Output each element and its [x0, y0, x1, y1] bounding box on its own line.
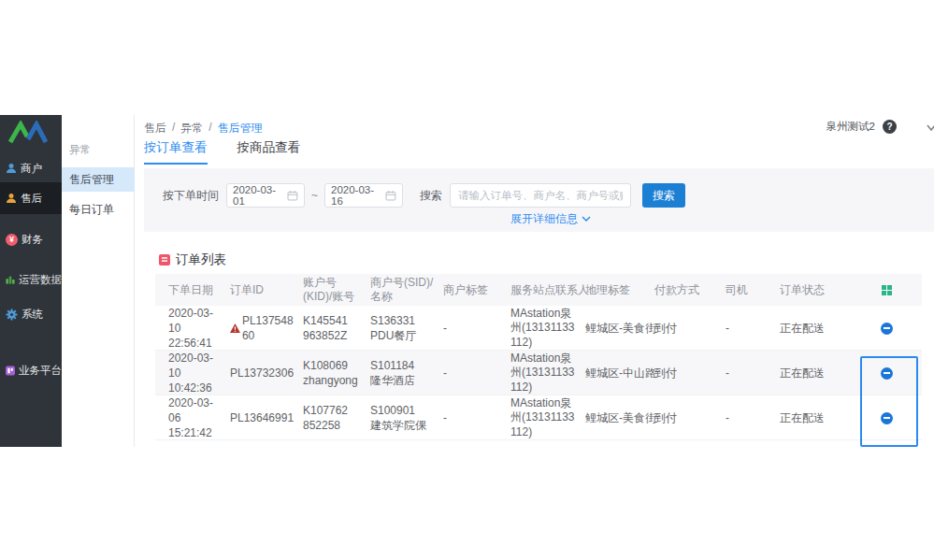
cell-order-id: PL13732306: [230, 366, 303, 381]
submenu-group-label: 异常: [69, 143, 91, 157]
merchant-name-value: PDU餐厅: [370, 328, 436, 343]
cell-order-date: 2020-03-10 10:42:36: [155, 351, 230, 396]
minus-circle-action-icon[interactable]: [881, 367, 893, 380]
sid-value: S100901: [370, 403, 436, 418]
warning-icon: [230, 323, 240, 334]
kid-value: K107762: [303, 403, 363, 418]
order-id-value: PL13646991: [230, 410, 294, 425]
cell-merchant: S136331 PDU餐厅: [370, 313, 443, 343]
help-icon[interactable]: ?: [883, 120, 897, 134]
primary-sidebar: 商户 售后 ¥ 财务 运营数据 系统: [0, 115, 62, 447]
col-driver: 司机: [726, 282, 780, 297]
cell-account: K145541 963852Z: [303, 313, 370, 343]
account-value: 852258: [303, 418, 363, 433]
cell-merchant: S101184 隆华酒店: [370, 358, 443, 388]
cell-payment: 到付: [654, 410, 726, 425]
cell-merchant-tag: -: [443, 410, 510, 425]
kid-value: K145541: [303, 313, 363, 328]
sidebar-item-finance[interactable]: ¥ 财务: [0, 227, 62, 251]
submenu-item-aftersales-management[interactable]: 售后管理: [62, 167, 135, 192]
secondary-sidebar: 异常 售后管理 每日订单: [62, 115, 135, 447]
submenu-item-daily-orders[interactable]: 每日订单: [62, 197, 135, 222]
sidebar-item-system[interactable]: 系统: [0, 302, 62, 326]
col-merchant-tag: 商户标签: [443, 282, 510, 297]
bar-chart-icon: [6, 274, 15, 285]
tab-by-order[interactable]: 按订单查看: [144, 139, 208, 165]
sidebar-item-operations-data[interactable]: 运营数据: [0, 267, 62, 292]
sidebar-item-label: 财务: [22, 233, 43, 247]
cell-order-date: 2020-03-06 15:21:42: [155, 395, 230, 441]
cell-order-id: PL13754860: [230, 313, 303, 343]
sidebar-item-label: 运营数据: [19, 273, 62, 287]
expand-details-link[interactable]: 展开详细信息: [510, 211, 591, 227]
order-id-value: PL13732306: [230, 366, 294, 381]
order-list-icon: [159, 254, 170, 266]
tab-by-product[interactable]: 按商品查看: [237, 139, 301, 165]
merchant-name-value: 隆华酒店: [370, 373, 436, 388]
sidebar-item-label: 售后: [21, 192, 42, 206]
finance-yen-icon: ¥: [6, 234, 18, 246]
cell-geo-tag: 鲤城区-美食街: [585, 410, 654, 425]
main-content: 售后 / 异常 / 售后管理 按订单查看 按商品查看 按下单时间 2020-03…: [135, 115, 934, 447]
cell-status: 正在配送: [780, 366, 858, 381]
date-to-input[interactable]: 2020-03-16: [324, 183, 403, 208]
cell-driver: -: [726, 321, 780, 336]
table-header-row: 下单日期 订单ID 账户号(KID)/账号 商户号(SID)/名称 商户标签 服…: [155, 274, 922, 306]
cell-merchant-tag: -: [443, 366, 510, 381]
merchant-person-icon: [6, 163, 17, 174]
cell-payment: 到付: [654, 366, 726, 381]
table-row: 2020-03-10 10:42:36 PL13732306 K108069 z…: [155, 351, 922, 395]
order-list-title-row: 订单列表: [159, 251, 226, 268]
cell-actions: [858, 412, 922, 424]
cell-station-contact: MAstation泉州(13131133112): [510, 396, 585, 440]
cell-driver: -: [726, 410, 780, 425]
cell-station-contact: MAstation泉州(13131133112): [510, 307, 585, 351]
breadcrumb-item[interactable]: 售后: [144, 121, 166, 136]
expand-details-label: 展开详细信息: [510, 211, 578, 227]
search-input[interactable]: [450, 183, 631, 208]
sid-value: S101184: [370, 358, 436, 373]
date-from-value: 2020-03-01: [233, 184, 287, 207]
col-status: 订单状态: [780, 282, 858, 297]
orders-table: 下单日期 订单ID 账户号(KID)/账号 商户号(SID)/名称 商户标签 服…: [155, 274, 922, 440]
view-tabs: 按订单查看 按商品查看: [144, 139, 300, 165]
date-from-input[interactable]: 2020-03-01: [226, 183, 305, 208]
col-order-date: 下单日期: [155, 282, 230, 297]
sidebar-item-aftersales[interactable]: 售后: [0, 182, 62, 214]
app-screenshot: 商户 售后 ¥ 财务 运营数据 系统: [0, 115, 934, 447]
cell-station-contact: MAstation泉州(13131133112): [510, 352, 585, 395]
cell-geo-tag: 鲤城区-中山路: [585, 366, 654, 381]
user-bar: 泉州测试2 ?: [826, 120, 897, 134]
kid-value: K108069: [303, 358, 363, 373]
aftersales-person-icon: [6, 193, 17, 204]
cell-actions: [858, 323, 922, 335]
date-range-label: 按下单时间: [163, 188, 219, 204]
cell-actions: [858, 367, 922, 380]
col-settings: [858, 285, 922, 295]
col-merchant: 商户号(SID)/名称: [370, 276, 443, 304]
order-list-title: 订单列表: [176, 251, 226, 268]
user-name: 泉州测试2: [826, 120, 875, 134]
platform-squares-icon: [6, 365, 15, 377]
date-to-value: 2020-03-16: [331, 184, 385, 207]
merchant-name-value: 建筑学院倮: [370, 418, 436, 433]
sidebar-item-business-platform[interactable]: 业务平台: [0, 358, 62, 382]
cell-order-id: PL13646991: [230, 410, 303, 425]
cell-status: 正在配送: [780, 321, 858, 336]
table-row: 2020-03-10 22:56:41 PL13754860 K145541 9…: [155, 306, 922, 351]
partial-cropped-icon: [927, 123, 934, 133]
minus-circle-action-icon[interactable]: [881, 412, 893, 424]
col-account: 账户号(KID)/账号: [303, 276, 370, 304]
cell-order-date: 2020-03-10 22:56:41: [155, 306, 230, 352]
col-order-id: 订单ID: [230, 282, 303, 297]
cell-merchant-tag: -: [443, 321, 510, 336]
breadcrumb-item[interactable]: 异常: [180, 121, 203, 136]
grid-columns-icon[interactable]: [882, 285, 892, 295]
sidebar-item-merchant[interactable]: 商户: [0, 156, 62, 180]
calendar-icon: [385, 190, 396, 201]
minus-circle-action-icon[interactable]: [881, 323, 893, 335]
col-geo-tag: 地理标签: [585, 282, 654, 297]
sidebar-item-label: 商户: [21, 162, 42, 176]
search-button[interactable]: 搜索: [642, 183, 685, 208]
account-value: zhangyong: [303, 373, 363, 388]
